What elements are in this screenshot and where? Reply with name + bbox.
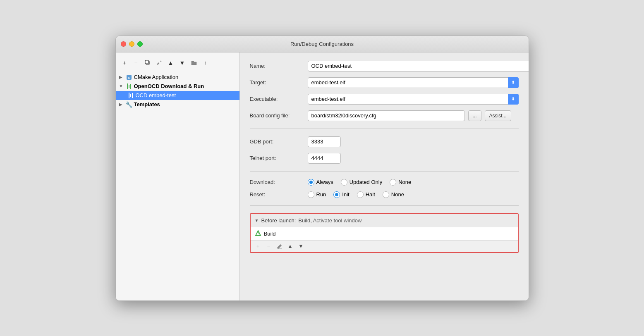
download-updated-only-label: Updated Only <box>350 179 383 185</box>
reset-halt-option[interactable]: Halt <box>357 191 375 198</box>
reset-halt-radio[interactable] <box>357 191 364 198</box>
configuration-tree: ▶ C CMake Application ▼ <box>116 70 239 112</box>
sidebar-item-openocd[interactable]: ▼ OpenOCD Download & Run <box>116 82 239 91</box>
right-panel: Name: Share Target: embed-test.elf <box>240 52 529 300</box>
executable-dropdown-wrap: embed-test.elf ⬍ <box>308 94 519 105</box>
download-row: Download: Always Updated Only <box>250 179 519 186</box>
move-down-button[interactable]: ▼ <box>178 58 187 67</box>
reset-halt-label: Halt <box>366 191 375 198</box>
name-input[interactable] <box>308 61 529 71</box>
telnet-port-input[interactable] <box>308 153 341 164</box>
gdb-port-input[interactable] <box>308 136 341 147</box>
before-launch-title: Before launch: <box>261 217 296 224</box>
before-launch-up-button[interactable]: ▲ <box>286 242 294 250</box>
download-none-radio[interactable] <box>390 179 396 186</box>
board-config-input[interactable] <box>308 110 465 121</box>
executable-label: Executable: <box>250 96 308 102</box>
remove-config-button[interactable]: − <box>132 58 141 67</box>
reset-none-label: None <box>391 191 404 198</box>
sidebar-item-templates[interactable]: ▶ 🔧 Templates <box>116 100 239 109</box>
target-label: Target: <box>250 79 308 86</box>
reset-init-radio[interactable] <box>333 191 340 198</box>
cmake-icon: C <box>126 74 132 81</box>
download-always-label: Always <box>316 179 333 185</box>
telnet-port-row: Telnet port: <box>250 153 519 164</box>
before-launch-header: ▼ Before launch: Build, Activate tool wi… <box>251 214 518 227</box>
minimize-button[interactable] <box>129 41 134 47</box>
sidebar: + − ▲ ▼ ↕ ▶ <box>116 52 240 300</box>
svg-rect-1 <box>145 60 148 64</box>
cmake-expand-arrow: ▶ <box>119 75 124 79</box>
before-launch-build-label: Build <box>264 231 276 237</box>
target-dropdown-wrap: embed-test.elf ⬍ <box>308 77 519 88</box>
sidebar-toolbar: + − ▲ ▼ ↕ <box>116 56 239 70</box>
templates-icon: 🔧 <box>126 101 132 108</box>
executable-select[interactable]: embed-test.elf <box>308 94 519 105</box>
svg-text:C: C <box>128 76 130 80</box>
close-button[interactable] <box>121 41 126 47</box>
board-config-row: Board config file: ... Assist... <box>250 110 519 121</box>
before-launch-subtitle: Build, Activate tool window <box>298 217 362 224</box>
download-none-option[interactable]: None <box>390 179 411 186</box>
before-launch-down-button[interactable]: ▼ <box>297 242 305 250</box>
before-launch-add-button[interactable]: + <box>254 242 262 250</box>
svg-rect-7 <box>130 84 131 89</box>
openocd-expand-arrow: ▼ <box>119 84 124 88</box>
openocd-icon <box>126 83 132 90</box>
svg-rect-6 <box>129 85 129 88</box>
svg-rect-9 <box>130 94 131 97</box>
templates-expand-arrow: ▶ <box>119 102 124 107</box>
divider-1 <box>250 129 519 129</box>
move-up-button[interactable]: ▲ <box>166 58 175 67</box>
reset-none-radio[interactable] <box>383 191 389 198</box>
traffic-lights <box>121 41 143 47</box>
reset-init-option[interactable]: Init <box>333 191 349 198</box>
sidebar-item-cmake[interactable]: ▶ C CMake Application <box>116 73 239 82</box>
executable-control-area: embed-test.elf ⬍ <box>308 94 519 105</box>
openocd-label: OpenOCD Download & Run <box>134 83 204 89</box>
add-config-button[interactable]: + <box>120 58 129 67</box>
wrench-icon[interactable] <box>155 58 164 67</box>
before-launch-edit-button[interactable] <box>275 242 284 250</box>
reset-label: Reset: <box>250 191 308 198</box>
titlebar: Run/Debug Configurations <box>116 36 529 52</box>
name-row: Name: Share <box>250 61 519 71</box>
board-assist-button[interactable]: Assist... <box>485 110 511 121</box>
name-label: Name: <box>250 63 308 69</box>
sidebar-item-ocd-embed-test[interactable]: OCD embed-test <box>116 91 239 100</box>
board-dots-button[interactable]: ... <box>468 110 481 121</box>
reset-init-label: Init <box>342 191 349 198</box>
reset-run-radio[interactable] <box>308 191 314 198</box>
before-launch-expand-icon[interactable]: ▼ <box>255 218 259 223</box>
svg-rect-5 <box>127 83 128 89</box>
gdb-port-label: GDB port: <box>250 138 308 145</box>
divider-3 <box>250 205 519 206</box>
executable-row: Executable: embed-test.elf ⬍ <box>250 94 519 105</box>
cmake-label: CMake Application <box>134 74 179 80</box>
build-icon <box>255 230 261 238</box>
reset-init-radio-inner <box>335 193 338 196</box>
divider-2 <box>250 171 519 172</box>
target-select[interactable]: embed-test.elf <box>308 77 519 88</box>
ocd-embed-icon <box>127 92 134 99</box>
main-content: + − ▲ ▼ ↕ ▶ <box>116 52 529 300</box>
gdb-port-control-area <box>308 136 519 147</box>
reset-run-option[interactable]: Run <box>308 191 326 198</box>
templates-label: Templates <box>134 101 160 107</box>
download-updated-only-radio[interactable] <box>341 179 347 186</box>
folder-button[interactable] <box>189 58 199 67</box>
download-always-option[interactable]: Always <box>308 179 333 186</box>
download-always-radio[interactable] <box>308 179 314 186</box>
download-updated-only-option[interactable]: Updated Only <box>341 179 383 186</box>
sort-button[interactable]: ↕ <box>201 58 210 67</box>
svg-rect-10 <box>132 93 133 98</box>
maximize-button[interactable] <box>137 41 143 47</box>
download-radio-group: Always Updated Only None <box>308 179 519 186</box>
copy-config-button[interactable] <box>143 58 152 67</box>
svg-rect-8 <box>129 93 129 98</box>
download-always-radio-inner <box>309 181 313 184</box>
target-row: Target: embed-test.elf ⬍ <box>250 77 519 88</box>
reset-none-option[interactable]: None <box>383 191 404 198</box>
before-launch-remove-button[interactable]: − <box>265 242 273 250</box>
run-debug-configurations-window: Run/Debug Configurations + − ▲ ▼ <box>115 36 529 301</box>
